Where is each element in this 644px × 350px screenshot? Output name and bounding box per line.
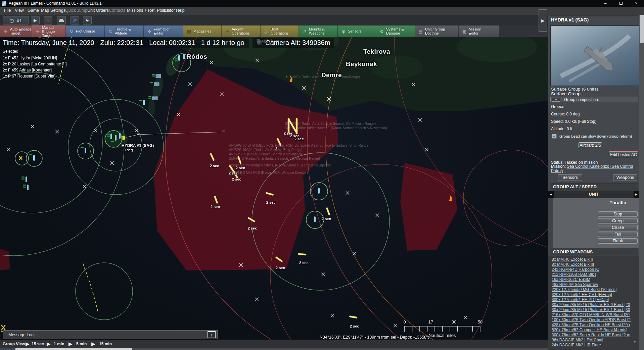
- weapon-link[interactable]: 520x 76mm/62 Compact HE Burst [4 rnds]: [552, 328, 627, 332]
- weapon-link[interactable]: 30x 20mm/85 Mk15 Phalanx Blk 0 Burst [20: [552, 302, 630, 307]
- systems-damage-button[interactable]: ⚙ Systems &Damage: [376, 26, 415, 37]
- menu-help[interactable]: Help: [176, 8, 185, 13]
- menu-contacts[interactable]: Contacts: [109, 8, 125, 13]
- scroll-down-icon[interactable]: ▼: [633, 340, 637, 344]
- group-weapons-header[interactable]: GROUP WEAPONS «: [550, 248, 639, 255]
- missile-timer: 2 sec: [299, 261, 309, 265]
- magazines-button[interactable]: ▮▮ Magazines: [183, 26, 222, 37]
- weapon-link[interactable]: 100x 30mm/75 Twin Oerlikon APDS Burst [2: [552, 317, 631, 322]
- missile-timer: 2 sec: [322, 217, 331, 221]
- aircraft-operations-button[interactable]: ✈ AircraftOperations: [222, 26, 261, 37]
- group-link[interactable]: Surface Group (6 units): [551, 87, 598, 92]
- mission-editor-button[interactable]: ▦ MissionEditor: [459, 26, 500, 37]
- sensors-panel-button[interactable]: Sensors: [558, 174, 582, 181]
- sim-speed-button[interactable]: ◷ x1: [3, 16, 29, 24]
- group-alt-speed-header[interactable]: GROUP ALT / SPEED «: [550, 183, 639, 190]
- group-map-label[interactable]: HYDRA #1 (SAG): [122, 143, 154, 148]
- scrollbar-thumb[interactable]: [15, 348, 132, 350]
- group-lead-checkbox[interactable]: ✔: [552, 134, 557, 139]
- missile-timer: 2 sec: [236, 166, 245, 170]
- unit-selector-bar: ◀ UNIT ▶: [548, 191, 639, 198]
- record-button[interactable]: ●: [44, 16, 52, 24]
- aircraft-count-button[interactable]: Aircraft: 2/5: [579, 142, 602, 148]
- weapon-link[interactable]: 96x DAGAIE Mk2 LEM Chaff: [552, 338, 603, 342]
- expand-arrow-icon: ▶: [541, 18, 545, 23]
- horizontal-scrollbar[interactable]: [0, 348, 548, 350]
- sidebar-scrollbar[interactable]: [639, 7, 644, 350]
- weapon-link[interactable]: 21x RIM-116B RAM Blk I: [552, 272, 596, 277]
- terrain-view-button[interactable]: [57, 16, 66, 24]
- play-button[interactable]: ▶: [31, 16, 40, 24]
- sensors-button[interactable]: ◉ Sensors: [338, 26, 376, 37]
- weapon-link[interactable]: 16x RIM-162C ESSM: [552, 277, 590, 282]
- sidebar-expand-button[interactable]: ▶: [539, 9, 547, 32]
- missile-timer: 2 sec: [210, 164, 219, 168]
- unit-next-button[interactable]: ▶: [634, 191, 639, 198]
- weapon-link[interactable]: 216x 30mm/70 OTO MARLIN-WS Burst [20: [552, 312, 630, 317]
- plot-course-button[interactable]: ↻ Plot Course: [66, 26, 105, 37]
- edit-hosted-ac-button[interactable]: Edit hosted AC: [609, 151, 638, 158]
- weapon-link[interactable]: 320x 127mm/54 HE-CVT [HiFrag]: [552, 292, 612, 297]
- weapon-link[interactable]: 8x MM.40 Exocet Blk II: [552, 257, 593, 262]
- window-title: Aegean In FLames - Command v1.01 - Build…: [9, 1, 102, 6]
- menu-editor[interactable]: Editor: [164, 8, 175, 13]
- step-separator-icon: ▶: [47, 341, 51, 347]
- sensor-overlay-line: STING EO Mk2 FCS (Radar, FCR, Weapon Dir…: [229, 171, 308, 174]
- jump-button[interactable]: ↗: [71, 16, 79, 24]
- group-view-label[interactable]: Group View: [3, 342, 25, 346]
- group-course-label: 0 deg: [124, 148, 133, 152]
- menu-missions-ref-points[interactable]: Missions + Ref. Points: [127, 8, 169, 13]
- close-button[interactable]: ×: [629, 0, 644, 7]
- message-log-label: Message Log: [8, 333, 34, 337]
- weapon-link[interactable]: 24x DAGAIE Mk2 LIR Flare: [552, 343, 601, 347]
- weapon-link[interactable]: 300x 76mm/62 Super Rapido HE Burst [2 m: [552, 333, 630, 337]
- map-viewport[interactable]: Time: Thursday, June 11, 2020 - Zulu: 22…: [0, 0, 548, 350]
- unit-group-doctrine-button[interactable]: ▤ Unit / GroupDoctrine: [415, 26, 459, 37]
- mounts-weapons-button[interactable]: ⇗ Mounts &Weapons: [299, 26, 338, 37]
- manual-engage-target-button[interactable]: ✚ ManualEngage Target: [32, 26, 66, 37]
- menu-unit-orders[interactable]: Unit Orders: [87, 8, 109, 13]
- dropdown-arrow-icon[interactable]: ▼: [552, 98, 560, 102]
- step-15sec[interactable]: 15 sec: [32, 342, 44, 346]
- throttle-stop-button[interactable]: Stop: [598, 211, 638, 217]
- sensor-overlay-line: AN/SPS-49(V)4 (Radar, Air Search, Long-R…: [229, 148, 302, 152]
- message-log-bar[interactable]: Message Log ↑: [3, 330, 218, 339]
- menu-file[interactable]: File: [4, 8, 11, 13]
- weapon-link[interactable]: 220x 12.7mm/50 MG Burst [10 rnds]: [552, 287, 616, 292]
- weapon-link[interactable]: 300x 127mm/54 HE-PD [HiCap]: [552, 297, 609, 302]
- mission-editor-icon: ▦: [460, 29, 469, 34]
- menu-game[interactable]: Game: [28, 8, 39, 13]
- menu-view[interactable]: View: [15, 8, 24, 13]
- message-log-expand-button[interactable]: ↑: [208, 331, 216, 338]
- throttle-cruise-button[interactable]: Cruise: [598, 225, 638, 230]
- selected-unit: 1x P 67 Roussen [Super Vita]: [3, 73, 67, 79]
- sensor-overlay-line: SMART-S (Radar, Air & Surface Search, 3D…: [229, 157, 320, 160]
- step-15min[interactable]: 15 min: [99, 342, 112, 346]
- group-composition-dropdown[interactable]: ▼ Group composition:: [550, 97, 638, 102]
- throttle-full-button[interactable]: Full: [598, 232, 638, 237]
- weapon-link[interactable]: 428x 30mm/75 Twin Oerlikon HE Burst [20 …: [552, 322, 630, 327]
- menu-map-settings[interactable]: Map Settings: [41, 8, 65, 13]
- weapon-link[interactable]: 24x RGM-84D Harpoon IC: [552, 267, 599, 272]
- minimize-button[interactable]: –: [598, 0, 613, 7]
- flash-button[interactable]: ϟ: [83, 16, 92, 24]
- auto-engage-target-button[interactable]: ✚ Auto EngageTarget: [0, 26, 32, 37]
- selected-unit: 2x P 20 Laskos [La Combattante III]: [3, 61, 67, 67]
- step-5min[interactable]: 5 min: [76, 342, 87, 346]
- menu-quick-jump[interactable]: Quick Jump: [65, 8, 87, 13]
- weapon-link[interactable]: 30x 20mm/85 Mk15 Phalanx Blk 1 Burst [30: [552, 307, 630, 312]
- weapon-link[interactable]: 8x MM.40 Exocet Blk III: [552, 262, 594, 267]
- throttle-creep-button[interactable]: Creep: [598, 218, 638, 223]
- step-1min[interactable]: 1 min: [54, 342, 64, 346]
- boat-operations-button[interactable]: ⚓ BoatOperations: [261, 26, 299, 37]
- weapons-panel-button[interactable]: Weapons: [613, 174, 637, 181]
- throttle-altitude-button[interactable]: ⇅ Throttle &Altitude: [105, 26, 144, 37]
- maximize-button[interactable]: [613, 0, 629, 7]
- place-label-tekirova: Tekirova: [363, 48, 390, 55]
- throttle-flank-button[interactable]: Flank: [598, 238, 638, 244]
- weapon-link[interactable]: 48x RIM-7M Sea Sparrow: [552, 282, 598, 287]
- place-label-demre: Demre: [321, 71, 342, 79]
- formation-editor-button[interactable]: ❖ FormationEditor: [144, 26, 183, 37]
- clock-icon: ◷: [10, 17, 14, 23]
- course-arrow-icon: ↻: [67, 29, 76, 34]
